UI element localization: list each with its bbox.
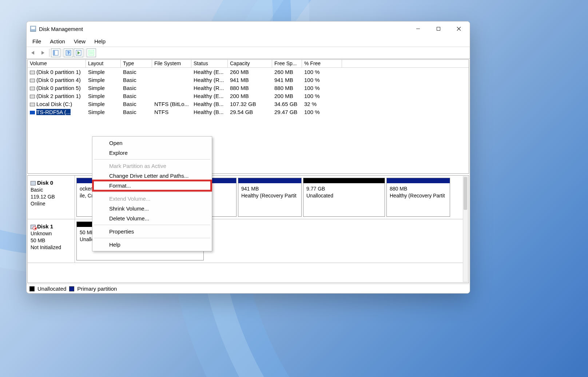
context-mark-active: Mark Partition as Active — [93, 161, 211, 171]
help-button[interactable]: ? — [64, 48, 73, 57]
context-properties[interactable]: Properties — [93, 227, 211, 236]
forward-button[interactable] — [38, 48, 48, 57]
refresh-button[interactable] — [74, 48, 83, 57]
partition-block[interactable]: 880 MBHealthy (Recovery Partit — [386, 178, 450, 217]
context-shrink-volume[interactable]: Shrink Volume... — [93, 204, 211, 213]
col-freespace[interactable]: Free Sp... — [272, 60, 302, 67]
partition-block[interactable]: 941 MBHealthy (Recovery Partit — [238, 178, 302, 217]
legend-swatch-unallocated — [29, 286, 35, 291]
context-open[interactable]: Open — [93, 138, 211, 148]
window-title: Disk Management — [39, 26, 83, 32]
col-type[interactable]: Type — [121, 60, 152, 67]
toolbar: ? — [27, 47, 470, 59]
menu-action[interactable]: Action — [46, 37, 69, 46]
vertical-scrollbar[interactable] — [463, 176, 468, 282]
col-status[interactable]: Status — [191, 60, 228, 67]
menu-view[interactable]: View — [70, 37, 89, 46]
partition-block[interactable]: 9.77 GBUnallocated — [303, 178, 385, 217]
close-button[interactable] — [449, 21, 469, 36]
context-format[interactable]: Format... — [93, 181, 211, 191]
context-help[interactable]: Help — [93, 240, 211, 250]
col-pctfree[interactable]: % Free — [302, 60, 342, 67]
list-view-button[interactable] — [87, 48, 96, 57]
volume-row[interactable]: Local Disk (C:)SimpleBasicNTFS (BitLo...… — [28, 100, 469, 108]
volume-row[interactable]: (Disk 0 partition 1)SimpleBasicHealthy (… — [28, 68, 469, 76]
svg-rect-1 — [437, 27, 440, 31]
legend-label-primary: Primary partition — [77, 286, 117, 292]
titlebar[interactable]: Disk Management — [27, 21, 470, 36]
legend-swatch-primary — [69, 286, 74, 291]
disk-label[interactable]: Disk 1Unknown50 MBNot Initialized — [28, 219, 75, 263]
maximize-button[interactable] — [428, 21, 449, 36]
disk-management-window: Disk Management File Action View Help — [26, 21, 470, 294]
app-icon — [30, 26, 36, 32]
back-button[interactable] — [28, 48, 37, 57]
context-change-drive-letter[interactable]: Change Drive Letter and Paths... — [93, 171, 211, 181]
col-layout[interactable]: Layout — [86, 60, 121, 67]
col-volume[interactable]: Volume — [28, 60, 86, 67]
context-explore[interactable]: Explore — [93, 148, 211, 158]
volume-row[interactable]: (Disk 0 partition 5)SimpleBasicHealthy (… — [28, 84, 469, 92]
context-delete-volume[interactable]: Delete Volume... — [93, 213, 211, 223]
menu-file[interactable]: File — [29, 37, 45, 46]
disk-label[interactable]: Disk 0Basic119.12 GBOnline — [28, 176, 75, 219]
volume-row[interactable]: TS-RDF5A (...SimpleBasicNTFSHealthy (B..… — [28, 108, 469, 116]
col-filesystem[interactable]: File System — [152, 60, 191, 67]
context-extend-volume: Extend Volume... — [93, 194, 211, 204]
volume-context-menu: Open Explore Mark Partition as Active Ch… — [92, 136, 212, 251]
volume-row[interactable]: (Disk 2 partition 1)SimpleBasicHealthy (… — [28, 92, 469, 100]
show-hide-tree-button[interactable] — [51, 48, 60, 57]
menubar: File Action View Help — [27, 36, 470, 47]
svg-text:?: ? — [67, 51, 70, 55]
minimize-button[interactable] — [408, 21, 428, 36]
menu-help[interactable]: Help — [91, 37, 109, 46]
legend: Unallocated Primary partition — [27, 284, 470, 293]
volume-row[interactable]: (Disk 0 partition 4)SimpleBasicHealthy (… — [28, 76, 469, 84]
col-capacity[interactable]: Capacity — [228, 60, 272, 67]
svg-rect-5 — [53, 50, 55, 55]
legend-label-unallocated: Unallocated — [37, 286, 66, 292]
volume-list-header: Volume Layout Type File System Status Ca… — [28, 60, 469, 68]
